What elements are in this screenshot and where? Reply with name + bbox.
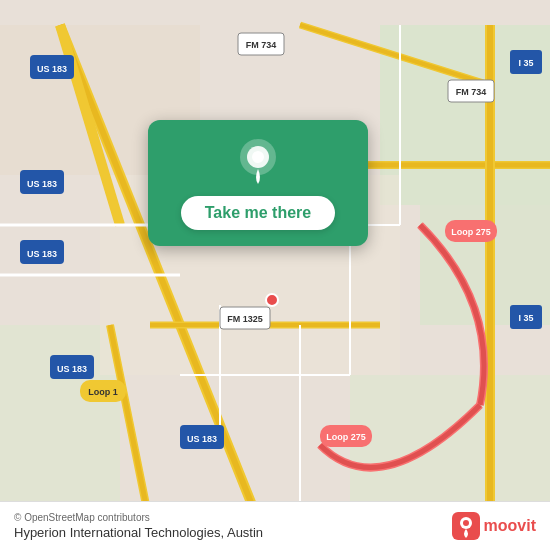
- svg-text:US 183: US 183: [27, 249, 57, 259]
- svg-text:US 183: US 183: [37, 64, 67, 74]
- copyright-text: © OpenStreetMap contributors: [14, 512, 263, 523]
- moovit-label: moovit: [484, 517, 536, 535]
- map-pin-icon: [234, 138, 282, 186]
- location-card: Take me there: [148, 120, 368, 246]
- svg-text:Loop 275: Loop 275: [326, 432, 366, 442]
- svg-text:US 183: US 183: [27, 179, 57, 189]
- svg-text:FM 1325: FM 1325: [227, 314, 263, 324]
- location-name: Hyperion International Technologies, Aus…: [14, 525, 263, 540]
- svg-text:US 183: US 183: [57, 364, 87, 374]
- svg-text:FM 734: FM 734: [456, 87, 487, 97]
- svg-point-57: [252, 151, 264, 163]
- svg-text:Loop 275: Loop 275: [451, 227, 491, 237]
- moovit-logo: moovit: [452, 512, 536, 540]
- map-container: US 183 US 183 US 183 US 183 US 183 FM 73…: [0, 0, 550, 550]
- bottom-bar: © OpenStreetMap contributors Hyperion In…: [0, 501, 550, 550]
- take-me-there-button[interactable]: Take me there: [181, 196, 335, 230]
- svg-point-54: [266, 294, 278, 306]
- svg-text:Loop 1: Loop 1: [88, 387, 118, 397]
- svg-text:I 35: I 35: [518, 58, 533, 68]
- bottom-info: © OpenStreetMap contributors Hyperion In…: [14, 512, 263, 540]
- svg-text:US 183: US 183: [187, 434, 217, 444]
- map-roads: US 183 US 183 US 183 US 183 US 183 FM 73…: [0, 0, 550, 550]
- svg-point-60: [463, 520, 469, 526]
- svg-text:FM 734: FM 734: [246, 40, 277, 50]
- svg-text:I 35: I 35: [518, 313, 533, 323]
- moovit-brand-icon: [452, 512, 480, 540]
